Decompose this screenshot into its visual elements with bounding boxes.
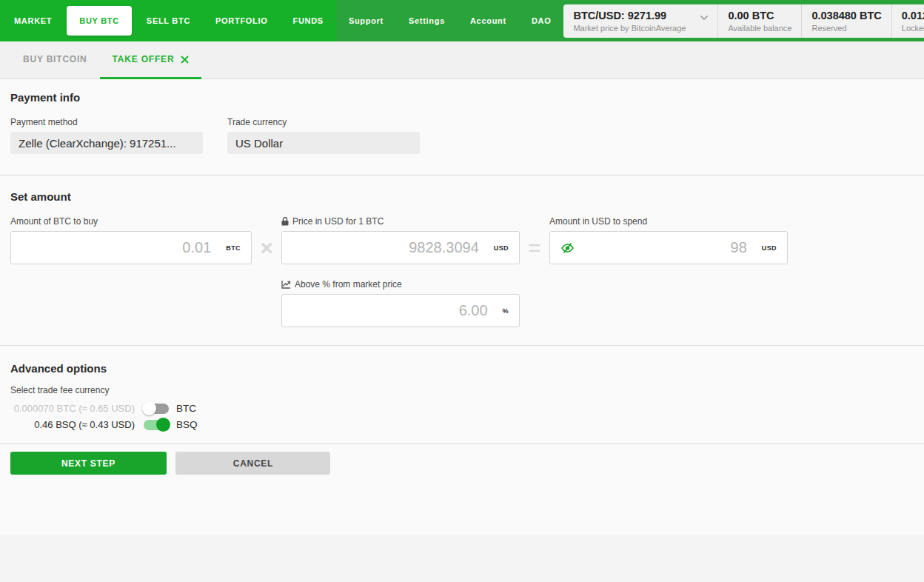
price-suffix: USD [494, 244, 509, 252]
lock-icon [281, 217, 289, 226]
action-buttons: NEXT STEP CANCEL [0, 444, 924, 484]
advanced-options-heading: Advanced options [10, 362, 914, 375]
close-icon[interactable] [181, 56, 189, 64]
bsq-fee-toggle[interactable] [144, 420, 169, 430]
market-price-provider: Market price by BitcoinAverage [573, 24, 708, 33]
locked-balance-cell: 0.0120 BTC Locked [891, 4, 924, 38]
locked-balance-label: Locked [902, 24, 924, 33]
primary-nav: MARKET BUY BTC SELL BTC PORTFOLIO FUNDS [0, 0, 336, 41]
nav-item-funds[interactable]: FUNDS [281, 0, 336, 41]
reserved-balance-value: 0.038480 BTC [811, 10, 881, 21]
nav-item-account[interactable]: Account [458, 0, 519, 41]
next-step-button[interactable]: NEXT STEP [10, 452, 167, 475]
btc-amount-input[interactable]: 0.01 BTC [10, 231, 252, 264]
market-price-value: BTC/USD: 9271.99 [573, 10, 708, 21]
toggle-knob [142, 401, 156, 415]
percent-group: Above % from market price 6.00 % [281, 279, 914, 327]
available-balance-cell: 0.00 BTC Available balance [717, 4, 801, 38]
spend-amount-label: Amount in USD to spend [549, 216, 788, 227]
spend-amount-value: 98 [731, 239, 747, 256]
payment-method-label: Payment method [10, 117, 203, 127]
advanced-options-section: Advanced options Select trade fee curren… [0, 346, 924, 444]
tab-buy-bitcoin-label: BUY BITCOIN [23, 54, 87, 64]
chart-icon [281, 280, 291, 289]
bisq-take-offer-window: MARKET BUY BTC SELL BTC PORTFOLIO FUNDS … [0, 0, 924, 535]
spend-amount-suffix: USD [762, 244, 777, 252]
toggle-knob [156, 418, 170, 432]
nav-item-sell-btc[interactable]: SELL BTC [134, 0, 203, 41]
secondary-nav: Support Settings Account DAO BTC/USD: 92… [336, 0, 924, 41]
tab-buy-bitcoin[interactable]: BUY BITCOIN [10, 41, 100, 79]
tab-take-offer[interactable]: TAKE OFFER [100, 41, 202, 79]
spend-amount-input[interactable]: 98 USD [549, 231, 788, 264]
take-offer-form: Payment info Payment method Zelle (Clear… [0, 79, 924, 535]
eye-slash-icon [560, 242, 575, 254]
payment-info-section: Payment info Payment method Zelle (Clear… [0, 79, 924, 175]
nav-item-support[interactable]: Support [336, 0, 396, 41]
bsq-fee-label: BSQ [176, 419, 198, 430]
percent-suffix: % [503, 307, 509, 315]
percent-label-text: Above % from market price [295, 279, 402, 290]
cancel-button[interactable]: CANCEL [175, 452, 330, 475]
multiply-symbol: × [252, 231, 281, 264]
market-price-panel: BTC/USD: 9271.99 Market price by Bitcoin… [563, 4, 924, 38]
percent-label: Above % from market price [281, 279, 914, 290]
tab-take-offer-label: TAKE OFFER [113, 54, 175, 64]
payment-method-group: Payment method Zelle (ClearXchange): 917… [10, 117, 203, 154]
btc-fee-label: BTC [176, 403, 196, 414]
btc-amount-label: Amount of BTC to buy [10, 216, 252, 227]
bsq-fee-amount: 0.46 BSQ (≈ 0.43 USD) [10, 419, 135, 430]
top-navbar: MARKET BUY BTC SELL BTC PORTFOLIO FUNDS … [0, 0, 924, 41]
nav-item-portfolio[interactable]: PORTFOLIO [203, 0, 280, 41]
equals-symbol: = [520, 231, 549, 264]
btc-amount-group: Amount of BTC to buy 0.01 BTC [10, 216, 252, 264]
fee-currency-label: Select trade fee currency [10, 385, 914, 395]
price-group: Price in USD for 1 BTC 9828.3094 USD [281, 216, 520, 264]
locked-balance-value: 0.0120 BTC [902, 10, 924, 21]
nav-item-buy-btc[interactable]: BUY BTC [67, 6, 132, 36]
available-balance-value: 0.00 BTC [728, 10, 791, 21]
payment-method-field: Zelle (ClearXchange): 917251... [10, 132, 203, 154]
bsq-fee-row: 0.46 BSQ (≈ 0.43 USD) BSQ [10, 419, 914, 430]
market-price-selector[interactable]: BTC/USD: 9271.99 Market price by Bitcoin… [563, 4, 717, 38]
spend-amount-group: Amount in USD to spend 98 USD [549, 216, 788, 264]
nav-item-settings[interactable]: Settings [396, 0, 458, 41]
btc-fee-row: 0.000070 BTC (≈ 0.65 USD) BTC [10, 403, 914, 414]
btc-fee-toggle[interactable] [144, 404, 169, 414]
set-amount-section: Set amount Amount of BTC to buy 0.01 BTC… [0, 175, 924, 346]
price-input[interactable]: 9828.3094 USD [281, 231, 520, 264]
reserved-balance-cell: 0.038480 BTC Reserved [801, 4, 891, 38]
payment-info-heading: Payment info [10, 91, 914, 104]
btc-fee-amount: 0.000070 BTC (≈ 0.65 USD) [10, 403, 135, 414]
btc-amount-value: 0.01 [182, 239, 211, 256]
btc-amount-suffix: BTC [226, 244, 241, 252]
trade-currency-field: US Dollar [227, 132, 420, 154]
available-balance-label: Available balance [728, 24, 791, 33]
price-label-text: Price in USD for 1 BTC [292, 216, 384, 227]
chevron-down-icon [700, 15, 709, 21]
reserved-balance-label: Reserved [811, 24, 881, 33]
percent-input[interactable]: 6.00 % [281, 294, 520, 327]
sub-tabbar: BUY BITCOIN TAKE OFFER [0, 41, 924, 79]
price-label: Price in USD for 1 BTC [281, 216, 520, 227]
set-amount-heading: Set amount [10, 190, 914, 203]
trade-currency-label: Trade currency [227, 117, 420, 127]
price-value: 9828.3094 [409, 239, 479, 256]
trade-currency-group: Trade currency US Dollar [227, 117, 420, 154]
nav-item-dao[interactable]: DAO [519, 0, 564, 41]
percent-value: 6.00 [459, 302, 488, 319]
nav-item-market[interactable]: MARKET [1, 0, 64, 41]
